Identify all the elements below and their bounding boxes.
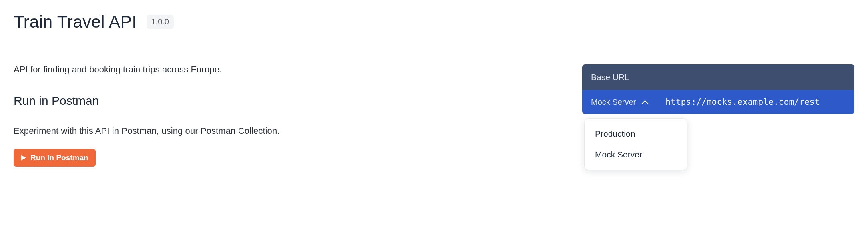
run-in-postman-label: Run in Postman bbox=[30, 153, 88, 162]
base-url-row: Mock Server https://mocks.example.com/re… bbox=[582, 90, 854, 114]
chevron-up-icon bbox=[641, 100, 649, 104]
postman-heading: Run in Postman bbox=[14, 94, 558, 108]
server-selected-label: Mock Server bbox=[591, 98, 636, 107]
api-description: API for finding and booking train trips … bbox=[14, 64, 558, 75]
base-url-heading: Base URL bbox=[582, 64, 854, 90]
version-badge: 1.0.0 bbox=[147, 15, 174, 29]
base-url-panel: Base URL Mock Server https://mocks.examp… bbox=[582, 64, 854, 114]
server-dropdown: Production Mock Server bbox=[585, 119, 687, 170]
title-row: Train Travel API 1.0.0 bbox=[14, 12, 854, 32]
page-title: Train Travel API bbox=[14, 12, 137, 32]
postman-instructions: Experiment with this API in Postman, usi… bbox=[14, 126, 558, 136]
right-column: Base URL Mock Server https://mocks.examp… bbox=[582, 64, 854, 114]
left-column: API for finding and booking train trips … bbox=[14, 64, 558, 167]
base-url-value: https://mocks.example.com/rest bbox=[657, 97, 820, 107]
run-in-postman-button[interactable]: Run in Postman bbox=[14, 149, 96, 167]
server-option-production[interactable]: Production bbox=[585, 124, 687, 144]
server-select[interactable]: Mock Server bbox=[591, 98, 649, 107]
play-icon bbox=[21, 155, 26, 161]
server-option-mock-server[interactable]: Mock Server bbox=[585, 144, 687, 165]
